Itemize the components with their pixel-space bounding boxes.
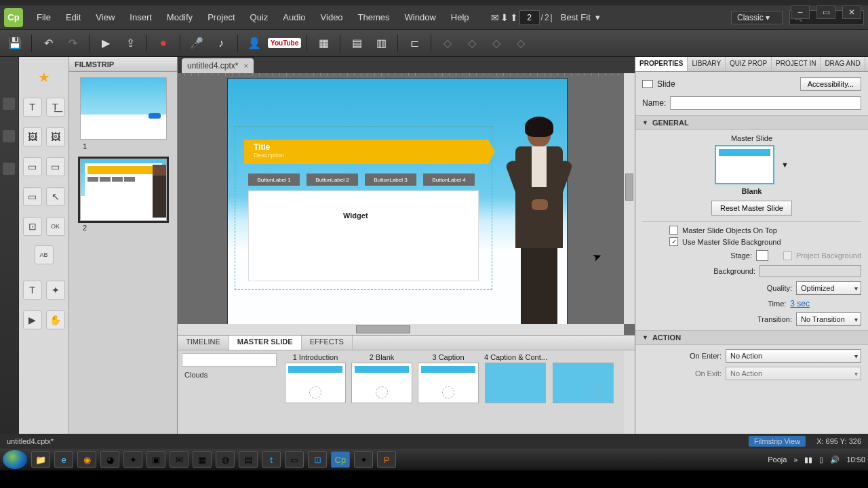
slide-canvas[interactable]: Title Description ButtonLabel 1 ButtonLa… (228, 79, 567, 324)
stage-horizontal-scrollbar[interactable] (178, 324, 624, 335)
slide-button-4[interactable]: ButtonLabel 4 (423, 174, 475, 186)
menu-edit[interactable]: Edit (59, 9, 87, 25)
master-item-4[interactable]: 4 Caption & Cont... (484, 353, 547, 431)
actor-button[interactable]: 👤 (243, 33, 265, 54)
hand-tool[interactable]: ✋ (46, 310, 65, 329)
tab-quiz[interactable]: QUIZ PROP (726, 57, 772, 71)
master-dropdown-icon[interactable]: ▼ (781, 161, 789, 169)
tab-drag-drop[interactable]: DRAG AND (821, 57, 865, 71)
tab-library[interactable]: LIBRARY (688, 57, 726, 71)
reset-master-button[interactable]: Reset Master Slide (711, 201, 792, 216)
menu-themes[interactable]: Themes (351, 9, 397, 25)
menu-project[interactable]: Project (201, 9, 241, 25)
taskbar-firefox-icon[interactable]: ◉ (77, 451, 96, 468)
taskbar-app2-icon[interactable]: ▣ (146, 451, 165, 468)
mail-icon[interactable]: ✉ (491, 12, 499, 23)
taskbar-app3-icon[interactable]: ✉ (170, 451, 189, 468)
workspace-dropdown[interactable]: Classic ▾ (731, 11, 783, 24)
tab-project-info[interactable]: PROJECT IN (772, 57, 821, 71)
zoom-dropdown[interactable]: Best Fit ▾ (554, 9, 607, 25)
arrange-forward-button[interactable]: ◇ (461, 33, 483, 54)
ms-objects-on-top-checkbox[interactable] (669, 226, 678, 235)
menu-quiz[interactable]: Quiz (243, 9, 275, 25)
mouse-tool[interactable]: ↖ (46, 187, 65, 206)
taskbar-app5-icon[interactable]: ◍ (216, 451, 235, 468)
stage-color-swatch[interactable] (756, 250, 768, 261)
slide-name-input[interactable] (670, 96, 861, 110)
accessibility-button[interactable]: Accessibility... (800, 77, 861, 91)
menu-file[interactable]: File (30, 9, 58, 25)
youtube-button[interactable]: YouTube (268, 38, 301, 48)
menu-view[interactable]: View (89, 9, 121, 25)
quality-dropdown[interactable]: Optimized (796, 281, 861, 295)
arrange-backward-button[interactable]: ◇ (486, 33, 507, 54)
undo-button[interactable]: ↶ (37, 33, 59, 54)
favorites-icon[interactable]: ★ (35, 68, 54, 87)
microphone-button[interactable]: 🎤 (186, 33, 208, 54)
taskbar-powerpoint-icon[interactable]: P (377, 451, 396, 468)
taskbar-app1-icon[interactable]: ✦ (123, 451, 142, 468)
master-item-2[interactable]: 2 Blank (351, 353, 412, 431)
button-tool[interactable]: ⊡ (23, 217, 42, 236)
master-group[interactable]: Clouds (182, 353, 279, 431)
taskbar-ie-icon[interactable]: e (54, 451, 73, 468)
close-button[interactable]: ✕ (842, 5, 861, 19)
slide-thumb-2[interactable] (80, 159, 167, 221)
grid-button[interactable]: ▤ (346, 33, 368, 54)
align-button[interactable]: ⊏ (403, 33, 425, 54)
preview-button[interactable]: ▶ (95, 33, 117, 54)
sync-up-icon[interactable]: ⬆ (510, 12, 518, 23)
taskbar-explorer-icon[interactable]: 📁 (31, 451, 50, 468)
snap-button[interactable]: ▦ (313, 33, 334, 54)
transition-dropdown[interactable]: No Transition (796, 312, 861, 326)
arrange-back-button[interactable]: ◇ (510, 33, 532, 54)
stage[interactable]: Title Description ButtonLabel 1 ButtonLa… (178, 73, 635, 335)
tray-network-icon[interactable]: ▮▮ (804, 455, 812, 464)
master-slide-thumb[interactable] (715, 145, 774, 184)
taskbar-user[interactable]: Pooja (768, 455, 787, 464)
title-banner[interactable]: Title Description (244, 140, 488, 164)
character-actor[interactable] (510, 119, 568, 331)
slide-button-2[interactable]: ButtonLabel 2 (307, 174, 358, 186)
section-general[interactable]: ▼GENERAL (635, 115, 868, 130)
minimize-button[interactable]: – (791, 5, 810, 19)
save-button[interactable]: 💾 (4, 33, 26, 54)
taskbar-twitter-icon[interactable]: t (262, 451, 281, 468)
redo-button[interactable]: ↷ (62, 33, 83, 54)
menu-help[interactable]: Help (444, 9, 476, 25)
animation-tool[interactable]: T (23, 281, 42, 300)
page-current-input[interactable] (519, 10, 540, 25)
tab-properties[interactable]: PROPERTIES (635, 57, 688, 71)
close-tab-icon[interactable]: × (243, 62, 248, 70)
collapsed-panel-left[interactable] (0, 57, 18, 434)
status-view-mode[interactable]: Filmstrip View (749, 436, 806, 447)
tab-timeline[interactable]: TIMELINE (178, 336, 229, 350)
highlight-box-tool[interactable]: ▭ (23, 157, 42, 176)
slide-button-3[interactable]: ButtonLabel 3 (365, 174, 416, 186)
master-item-5[interactable] (553, 353, 614, 431)
smart-shape-tool[interactable]: ▭ (46, 157, 65, 176)
publish-button[interactable]: ⇪ (119, 33, 141, 54)
background-swatch[interactable] (760, 265, 861, 277)
bottom-scrollbar[interactable] (624, 350, 635, 434)
ms-background-checkbox[interactable] (669, 237, 678, 246)
section-action[interactable]: ▼ACTION (635, 330, 868, 345)
stage-vertical-scrollbar[interactable] (624, 73, 635, 324)
maximize-button[interactable]: ▭ (816, 5, 835, 19)
on-exit-dropdown[interactable]: No Action (726, 367, 861, 380)
on-enter-dropdown[interactable]: No Action (726, 349, 861, 363)
image-tool[interactable]: 🖼 (23, 127, 42, 146)
time-value[interactable]: 3 sec (790, 299, 810, 308)
sync-down-icon[interactable]: ⬇ (500, 12, 509, 23)
start-button[interactable] (3, 450, 27, 469)
click-box-tool[interactable]: ▭ (23, 187, 42, 206)
taskbar-app6-icon[interactable]: ▤ (239, 451, 258, 468)
master-item-1[interactable]: 1 Introduction (285, 353, 346, 431)
taskbar-app8-icon[interactable]: ✦ (354, 451, 373, 468)
taskbar-dropbox-icon[interactable]: ⊡ (308, 451, 327, 468)
tab-effects[interactable]: EFFECTS (302, 336, 353, 350)
guides-button[interactable]: ▥ (370, 33, 392, 54)
taskbar-captivate-icon[interactable]: Cp (331, 451, 350, 468)
taskbar-app7-icon[interactable]: ▭ (285, 451, 304, 468)
menu-insert[interactable]: Insert (123, 9, 159, 25)
